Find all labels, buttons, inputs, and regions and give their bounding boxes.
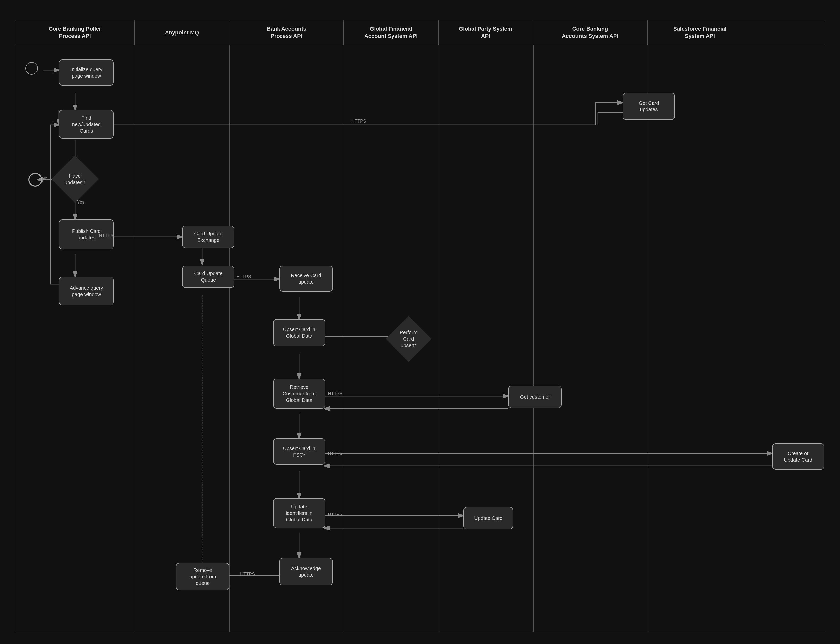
arrows-svg bbox=[15, 20, 826, 632]
update-card-node: Update Card bbox=[464, 507, 513, 529]
diagram-container: Core Banking PollerProcess API Anypoint … bbox=[0, 0, 840, 644]
https-find-cards: HTTPS bbox=[352, 119, 366, 124]
divider-5 bbox=[533, 45, 534, 632]
acknowledge-update-node: Acknowledgeupdate bbox=[279, 558, 333, 585]
divider-1 bbox=[135, 45, 135, 632]
card-update-queue-node: Card UpdateQueue bbox=[182, 266, 235, 288]
https-upsert-fsc: HTTPS bbox=[328, 451, 342, 456]
end-circle bbox=[28, 173, 42, 187]
https-update-id: HTTPS bbox=[328, 512, 342, 517]
divider-6 bbox=[648, 45, 648, 632]
swimlane-header-globalparty: Global Party SystemAPI bbox=[439, 20, 533, 45]
trigger-circle bbox=[25, 62, 38, 75]
perform-card-upsert-diamond: PerformCardupsert* bbox=[386, 316, 432, 362]
create-update-card-node: Create orUpdate Card bbox=[772, 444, 824, 470]
get-card-updates-node: Get Cardupdates bbox=[623, 92, 675, 120]
receive-card-update-node: Receive Cardupdate bbox=[279, 266, 333, 292]
swimlane-header-bankaccounts: Bank AccountsProcess API bbox=[230, 20, 344, 45]
upsert-card-global-node: Upsert Card inGlobal Data bbox=[273, 319, 325, 347]
remove-queue-node: Removeupdate fromqueue bbox=[176, 563, 230, 590]
retrieve-customer-node: RetrieveCustomer fromGlobal Data bbox=[273, 379, 325, 409]
https-retrieve: HTTPS bbox=[328, 391, 342, 396]
advance-query-node: Advance querypage window bbox=[59, 277, 114, 306]
swimlane-header-anypointmq: Anypoint MQ bbox=[135, 20, 230, 45]
card-update-exchange-node: Card UpdateExchange bbox=[182, 226, 235, 248]
update-identifiers-node: Updateidentifiers inGlobal Data bbox=[273, 498, 325, 528]
swimlane-header-globalfinancial: Global FinancialAccount System API bbox=[344, 20, 439, 45]
swimlane-header-salesforce: Salesforce FinancialSystem API bbox=[648, 20, 752, 45]
divider-4 bbox=[439, 45, 439, 632]
swimlane-headers: Core Banking PollerProcess API Anypoint … bbox=[15, 20, 826, 45]
get-customer-node: Get customer bbox=[508, 386, 562, 408]
swimlane-header-corebanking: Core Banking PollerProcess API bbox=[15, 20, 135, 45]
divider-2 bbox=[230, 45, 230, 632]
https-queue: HTTPS bbox=[237, 274, 251, 279]
have-updates-diamond: Haveupdates? bbox=[51, 155, 99, 203]
divider-3 bbox=[344, 45, 344, 632]
https-publish: HTTPS bbox=[99, 233, 113, 238]
yes-label: Yes bbox=[77, 200, 84, 205]
swimlane-header-corebanking-accounts: Core BankingAccounts System API bbox=[533, 20, 648, 45]
no-label: No bbox=[41, 176, 47, 181]
find-cards-node: Findnew/updatedCards bbox=[59, 110, 114, 139]
upsert-card-fsc-node: Upsert Card inFSC* bbox=[273, 439, 325, 465]
init-query-node: Initialize querypage window bbox=[59, 59, 114, 85]
https-acknowledge: HTTPS bbox=[240, 572, 255, 577]
diagram-inner: Core Banking PollerProcess API Anypoint … bbox=[15, 20, 826, 632]
